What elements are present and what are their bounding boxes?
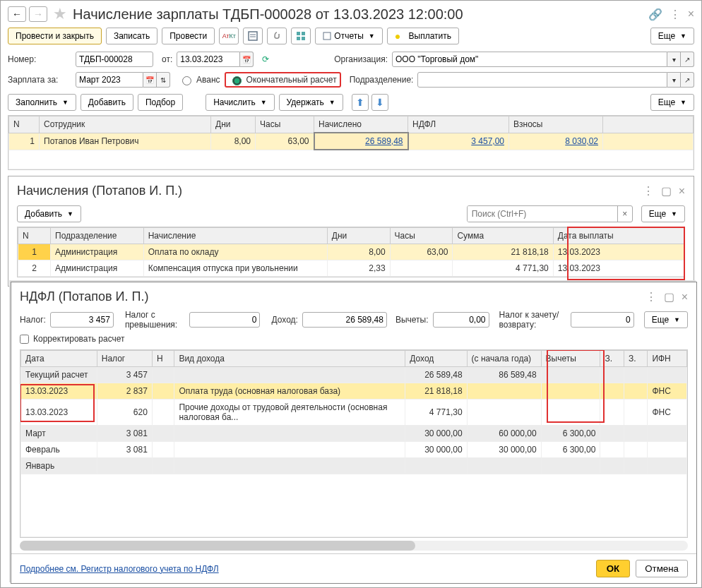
svg-rect-7 xyxy=(323,32,331,40)
advance-radio[interactable]: Аванс xyxy=(179,74,220,85)
save-button[interactable]: Записать xyxy=(106,28,157,44)
ndfl-kebab-icon[interactable]: ⋮ xyxy=(646,290,657,304)
col-emp[interactable]: Сотрудник xyxy=(40,116,211,133)
month-field[interactable] xyxy=(76,72,143,88)
col-ndfl[interactable]: НДФЛ xyxy=(408,116,509,133)
kebab-icon[interactable]: ⋮ xyxy=(670,8,681,21)
calendar-icon[interactable]: 📅 xyxy=(240,52,254,67)
search-input[interactable] xyxy=(468,206,617,222)
svg-rect-6 xyxy=(302,37,305,40)
ndfl-link[interactable]: 3 457,00 xyxy=(471,136,504,146)
dept-open-icon[interactable]: ↗ xyxy=(681,72,694,88)
ndfl-footer: Подробнее см. Регистр налогового учета п… xyxy=(11,553,696,583)
income-field[interactable] xyxy=(302,312,387,328)
accruals-search[interactable]: × xyxy=(467,205,633,222)
accruals-title: Начисления (Потапов И. П.) xyxy=(17,184,636,198)
page-title: Начисление зарплаты ТДБП-000028 от 13.03… xyxy=(73,6,641,23)
table-row[interactable]: 13.03.2023620Прочие доходы от трудовой д… xyxy=(21,400,687,426)
pickup-button[interactable]: Подбор xyxy=(138,94,183,111)
ndfl-more-button[interactable]: Еще▼ xyxy=(644,311,688,328)
ok-button[interactable]: ОК xyxy=(596,560,631,577)
employees-table: N Сотрудник Дни Часы Начислено НДФЛ Взно… xyxy=(8,116,694,169)
cancel-button[interactable]: Отмена xyxy=(636,560,688,577)
attach-icon[interactable] xyxy=(267,28,287,44)
accruals-more-button[interactable]: Еще▼ xyxy=(641,205,685,222)
ndfl-max-icon[interactable]: ▢ xyxy=(664,290,674,304)
date-field[interactable] xyxy=(177,52,240,67)
table-more-button[interactable]: Еще▼ xyxy=(650,94,694,111)
table-row[interactable]: Текущий расчет3 45726 589,4886 589,48 xyxy=(21,367,687,383)
org-label: Организация: xyxy=(334,54,388,64)
reports-button[interactable]: Отчеты▼ xyxy=(315,28,382,44)
table-row[interactable]: 13.03.20232 837Оплата труда (основная на… xyxy=(21,383,687,400)
ndfl-register-link[interactable]: Подробнее см. Регистр налогового учета п… xyxy=(20,564,219,574)
col-accrued[interactable]: Начислено xyxy=(314,116,408,133)
svg-rect-4 xyxy=(302,32,305,35)
org-field[interactable] xyxy=(392,52,667,67)
back-button[interactable]: ← xyxy=(8,6,26,22)
favorite-icon[interactable]: ★ xyxy=(53,5,67,23)
more-button[interactable]: Еще▼ xyxy=(650,28,694,44)
move-down-button[interactable]: ⬇ xyxy=(371,94,388,111)
accrue-button[interactable]: Начислить▼ xyxy=(206,94,274,111)
table-row[interactable]: 2 Администрация Компенсация отпуска при … xyxy=(18,260,684,277)
excess-field[interactable] xyxy=(189,312,260,328)
col-hours[interactable]: Часы xyxy=(256,116,314,133)
dept-field[interactable] xyxy=(417,72,667,88)
post-button[interactable]: Провести xyxy=(162,28,215,44)
svg-rect-5 xyxy=(297,37,300,40)
forward-button[interactable]: → xyxy=(29,6,47,22)
number-field[interactable] xyxy=(76,52,153,67)
link-icon[interactable]: 🔗 xyxy=(648,8,662,21)
accruals-panel: Начисления (Потапов И. П.) ⋮ ▢ × Добавит… xyxy=(8,176,694,287)
contrib-link[interactable]: 8 030,02 xyxy=(565,136,598,146)
accrued-link[interactable]: 26 589,48 xyxy=(365,136,403,146)
close-icon[interactable]: × xyxy=(688,8,694,20)
accruals-add-button[interactable]: Добавить▼ xyxy=(17,205,81,222)
dept-dropdown-icon[interactable]: ▾ xyxy=(667,72,681,88)
number-label: Номер: xyxy=(8,54,71,64)
table-row[interactable]: Март3 08130 000,0060 000,006 300,00 xyxy=(21,426,687,442)
debit-credit-icon[interactable]: АтКт xyxy=(219,28,239,44)
table-row[interactable]: 1 Потапов Иван Петрович 8,00 63,00 26 58… xyxy=(9,133,694,150)
header-fields-row-2: Зарплата за: 📅 ⇅ Аванс Окончательный рас… xyxy=(1,70,701,90)
month-spinner[interactable]: ⇅ xyxy=(157,72,170,88)
refund-field[interactable] xyxy=(571,312,634,328)
dept-field-group: ▾ ↗ xyxy=(417,72,694,88)
grid-icon[interactable] xyxy=(291,28,311,44)
ndfl-title: НДФЛ (Потапов И. П.) xyxy=(20,289,638,304)
accruals-kebab-icon[interactable]: ⋮ xyxy=(643,184,654,198)
final-radio[interactable]: Окончательный расчет xyxy=(225,72,341,88)
move-up-button[interactable]: ⬆ xyxy=(352,94,369,111)
accruals-close-icon[interactable]: × xyxy=(679,185,685,198)
col-days[interactable]: Дни xyxy=(211,116,256,133)
ndfl-scrollbar[interactable] xyxy=(20,541,688,551)
table-row[interactable]: 1 Администрация Оплата по окладу 8,00 63… xyxy=(18,244,684,260)
pay-button[interactable]: ● Выплатить xyxy=(387,28,459,44)
deductions-field[interactable] xyxy=(433,312,489,328)
tax-field[interactable] xyxy=(50,312,114,328)
fill-button[interactable]: Заполнить▼ xyxy=(8,94,76,111)
col-n[interactable]: N xyxy=(9,116,40,133)
table-toolbar: Заполнить▼ Добавить Подбор Начислить▼ Уд… xyxy=(1,90,701,115)
adjust-checkbox[interactable]: Корректировать расчет xyxy=(20,334,125,344)
salary-for-label: Зарплата за: xyxy=(8,75,71,85)
withhold-button[interactable]: Удержать▼ xyxy=(279,94,343,111)
table-row[interactable]: Февраль3 08130 000,0030 000,006 300,00 xyxy=(21,442,687,458)
add-button[interactable]: Добавить xyxy=(81,94,133,111)
org-open-icon[interactable]: ↗ xyxy=(681,52,694,67)
month-calendar-icon[interactable]: 📅 xyxy=(143,72,157,88)
dept-label: Подразделение: xyxy=(350,75,414,85)
header-fields-row-1: Номер: от: 📅 ⟳ Организация: ▾ ↗ xyxy=(1,49,701,70)
search-clear-icon[interactable]: × xyxy=(617,206,632,222)
main-window: ← → ★ Начисление зарплаты ТДБП-000028 от… xyxy=(0,0,702,588)
col-contrib[interactable]: Взносы xyxy=(509,116,603,133)
table-row[interactable]: Январь xyxy=(21,458,687,474)
accruals-max-icon[interactable]: ▢ xyxy=(661,184,672,198)
ndfl-close-icon[interactable]: × xyxy=(682,291,688,304)
org-dropdown-icon[interactable]: ▾ xyxy=(667,52,681,67)
post-close-button[interactable]: Провести и закрыть xyxy=(8,28,102,44)
list-icon[interactable] xyxy=(243,28,263,44)
scroll-thumb[interactable] xyxy=(20,541,415,551)
refresh-date-icon[interactable]: ⟳ xyxy=(258,51,273,68)
